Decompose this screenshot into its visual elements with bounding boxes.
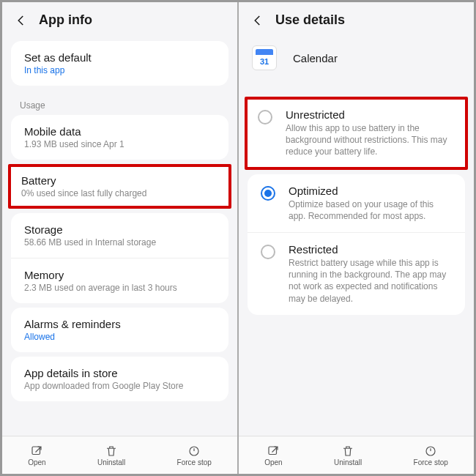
radio-restricted[interactable] (261, 245, 275, 259)
app-name: Calendar (293, 52, 338, 64)
svg-rect-2 (269, 447, 277, 455)
radio-unrestricted[interactable] (258, 110, 272, 124)
force-stop-button[interactable]: Force stop (177, 445, 212, 466)
option-restricted[interactable]: Restricted Restrict battery usage while … (248, 232, 465, 315)
back-icon[interactable] (14, 13, 29, 28)
app-header: 31 Calendar (239, 37, 474, 75)
bottom-bar: Open Uninstall Force stop (2, 436, 237, 474)
radio-optimized[interactable] (261, 186, 275, 201)
force-stop-button[interactable]: Force stop (414, 445, 448, 466)
page-title: App info (39, 12, 92, 28)
pane-app-info: App info Set as default In this app Usag… (2, 2, 237, 474)
option-optimized[interactable]: Optimized Optimize based on your usage o… (248, 174, 465, 232)
row-alarms[interactable]: Alarms & reminders Allowed (11, 308, 228, 352)
card-store: App details in store App downloaded from… (11, 357, 228, 401)
calendar-icon: 31 (252, 45, 277, 70)
row-storage[interactable]: Storage 58.66 MB used in Internal storag… (11, 213, 228, 258)
uninstall-button[interactable]: Uninstall (334, 445, 362, 466)
header-app-info: App info (2, 2, 237, 37)
card-alarms: Alarms & reminders Allowed (11, 308, 228, 352)
bottom-bar: Open Uninstall Force stop (239, 436, 474, 474)
row-set-as-default[interactable]: Set as default In this app (11, 41, 228, 86)
pane-use-details: Use details 31 Calendar Unrestricted All… (237, 2, 474, 474)
svg-rect-0 (32, 447, 40, 455)
row-mobile-data[interactable]: Mobile data 1.93 MB used since Apr 1 (11, 115, 228, 160)
card-usage-bottom: Storage 58.66 MB used in Internal storag… (11, 213, 228, 303)
uninstall-button[interactable]: Uninstall (97, 445, 125, 466)
section-label-usage: Usage (2, 90, 237, 115)
open-button[interactable]: Open (264, 445, 282, 466)
page-title: Use details (275, 12, 345, 28)
row-battery-highlighted[interactable]: Battery 0% used since last fully charged (8, 164, 231, 209)
row-memory[interactable]: Memory 2.3 MB used on average in last 3 … (11, 258, 228, 303)
card-options: Optimized Optimize based on your usage o… (248, 174, 465, 315)
back-icon[interactable] (250, 13, 265, 28)
header-use-details: Use details (239, 2, 474, 37)
open-button[interactable]: Open (28, 445, 45, 466)
row-store[interactable]: App details in store App downloaded from… (11, 357, 228, 401)
card-usage-top: Mobile data 1.93 MB used since Apr 1 (11, 115, 228, 160)
card-default: Set as default In this app (11, 41, 228, 86)
option-unrestricted-highlighted[interactable]: Unrestricted Allow this app to use batte… (245, 97, 468, 170)
